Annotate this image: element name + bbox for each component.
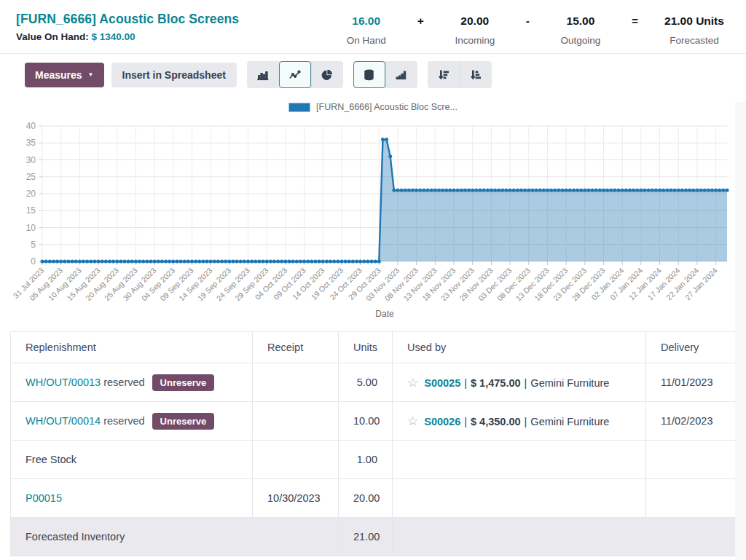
units-cell: 10.00 <box>339 402 393 441</box>
incoming-label: Incoming <box>440 35 510 46</box>
stock-stats: 16.00 On Hand + 20.00 Incoming - 15.00 O… <box>331 12 734 46</box>
replenishment-table-section: Replenishment Receipt Units Used by Deli… <box>0 326 746 556</box>
forecast-report-page: [FURN_6666] Acoustic Bloc Screens Value … <box>0 0 746 560</box>
forecasted-inventory-row: Forecasted Inventory 21.00 <box>11 518 737 556</box>
chevron-down-icon: ▼ <box>88 72 94 78</box>
purchase-order-link[interactable]: P00015 <box>25 492 62 504</box>
receipt-cell: 10/30/2023 <box>253 479 339 518</box>
svg-text:10: 10 <box>26 223 36 233</box>
svg-text:20: 20 <box>26 189 36 199</box>
receipt-cell <box>253 363 339 402</box>
forecast-chart[interactable]: 051015202530354031 Jul 202305 Aug 202310… <box>10 116 736 323</box>
legend-label: [FURN_6666] Acoustic Bloc Scre... <box>316 102 458 112</box>
insert-in-spreadsheet-button[interactable]: Insert in Spreadsheet <box>111 63 237 87</box>
incoming-value: 20.00 <box>440 14 510 28</box>
replenishment-table: Replenishment Receipt Units Used by Deli… <box>10 331 737 556</box>
svg-text:30: 30 <box>26 155 36 165</box>
units-cell: 5.00 <box>339 363 393 402</box>
stat-outgoing: 15.00 Outgoing <box>546 14 616 46</box>
table-header-row: Replenishment Receipt Units Used by Deli… <box>11 332 737 363</box>
forecasted-label: Forecasted <box>654 35 734 46</box>
value-on-hand-label: Value On Hand: <box>16 31 89 42</box>
chart-mode-group <box>353 61 417 88</box>
stat-forecasted: 21.00 Units Forecasted <box>654 14 734 46</box>
separator: | <box>521 416 531 427</box>
order-amount: $ 1,475.00 <box>471 377 521 389</box>
delivery-date: 11/02/2023 <box>646 402 737 441</box>
delivery-doc-link[interactable]: WH/OUT/00014 <box>25 415 101 427</box>
unreserve-button[interactable]: Unreserve <box>152 374 215 391</box>
stat-incoming: 20.00 Incoming <box>440 14 510 46</box>
svg-text:35: 35 <box>26 138 36 148</box>
unreserve-button[interactable]: Unreserve <box>152 413 215 430</box>
svg-text:25: 25 <box>26 172 36 182</box>
col-used-by: Used by <box>393 332 646 363</box>
sort-ascending-icon[interactable] <box>460 61 492 88</box>
svg-text:40: 40 <box>26 121 36 131</box>
sort-group <box>428 61 492 88</box>
star-icon[interactable]: ☆ <box>407 376 418 390</box>
on-hand-label: On Hand <box>331 35 401 46</box>
used-by-cell <box>393 479 646 518</box>
svg-text:Date: Date <box>375 309 394 319</box>
separator: | <box>521 377 531 389</box>
measures-button[interactable]: Measures ▼ <box>25 63 104 87</box>
col-receipt: Receipt <box>253 332 339 363</box>
outgoing-value: 15.00 <box>546 14 616 28</box>
delivery-date <box>646 479 737 518</box>
minus-operator: - <box>510 14 546 28</box>
table-row: WH/OUT/00013 reservedUnreserve 5.00 ☆S00… <box>11 363 737 402</box>
forecasted-units: 21.00 <box>339 518 393 556</box>
equals-operator: = <box>616 14 654 28</box>
col-units: Units <box>339 332 393 363</box>
separator: | <box>460 416 471 427</box>
separator: | <box>460 377 471 389</box>
delivery-doc-link[interactable]: WH/OUT/00013 <box>25 376 101 388</box>
chart-legend: [FURN_6666] Acoustic Bloc Scre... <box>10 100 736 114</box>
toolbar: Measures ▼ Insert in Spreadsheet <box>0 54 746 95</box>
value-on-hand: Value On Hand: $ 1340.00 <box>16 31 239 42</box>
delivery-date: 11/01/2023 <box>646 363 737 402</box>
pie-chart-icon[interactable] <box>311 61 343 88</box>
reserved-text: reserved <box>101 376 144 388</box>
svg-text:15: 15 <box>26 205 36 216</box>
forecasted-inventory-label: Forecasted Inventory <box>11 518 339 556</box>
legend-swatch <box>288 103 310 112</box>
forecasted-value: 21.00 Units <box>654 14 734 28</box>
plus-operator: + <box>401 14 440 28</box>
table-row: Free Stock 1.00 <box>11 441 737 479</box>
chart-type-group <box>247 61 343 88</box>
table-row: WH/OUT/00014 reservedUnreserve 10.00 ☆S0… <box>11 402 737 441</box>
line-chart-icon[interactable] <box>279 61 311 88</box>
sale-order-link[interactable]: S00025 <box>424 377 460 389</box>
col-delivery: Delivery <box>646 332 737 363</box>
page-title: [FURN_6666] Acoustic Bloc Screens <box>16 12 239 27</box>
delivery-date <box>646 441 737 479</box>
outgoing-label: Outgoing <box>546 35 616 46</box>
sort-descending-icon[interactable] <box>428 61 460 88</box>
footer-empty-cell <box>393 518 737 556</box>
free-stock-label: Free Stock <box>11 441 253 479</box>
table-row: P00015 10/30/2023 20.00 <box>11 479 737 518</box>
svg-text:5: 5 <box>31 240 36 250</box>
measures-label: Measures <box>35 69 82 81</box>
units-cell: 20.00 <box>339 479 393 518</box>
star-icon[interactable]: ☆ <box>407 414 418 428</box>
col-replenishment: Replenishment <box>11 332 253 363</box>
chart-section: [FURN_6666] Acoustic Bloc Scre... 051015… <box>0 95 746 326</box>
product-title-block: [FURN_6666] Acoustic Bloc Screens Value … <box>16 12 239 42</box>
on-hand-value: 16.00 <box>331 14 401 28</box>
stat-on-hand: 16.00 On Hand <box>331 14 401 46</box>
stacked-icon[interactable] <box>353 61 385 88</box>
order-amount: $ 4,350.00 <box>471 416 521 427</box>
bar-chart-icon[interactable] <box>247 61 279 88</box>
receipt-cell <box>253 402 339 441</box>
used-by-cell <box>393 441 646 479</box>
cumulative-icon[interactable] <box>385 61 417 88</box>
customer-name: Gemini Furniture <box>530 377 609 389</box>
value-on-hand-amount: $ 1340.00 <box>92 31 136 42</box>
units-cell: 1.00 <box>339 441 393 479</box>
receipt-cell <box>253 441 339 479</box>
sale-order-link[interactable]: S00026 <box>424 416 460 427</box>
customer-name: Gemini Furniture <box>530 416 609 427</box>
